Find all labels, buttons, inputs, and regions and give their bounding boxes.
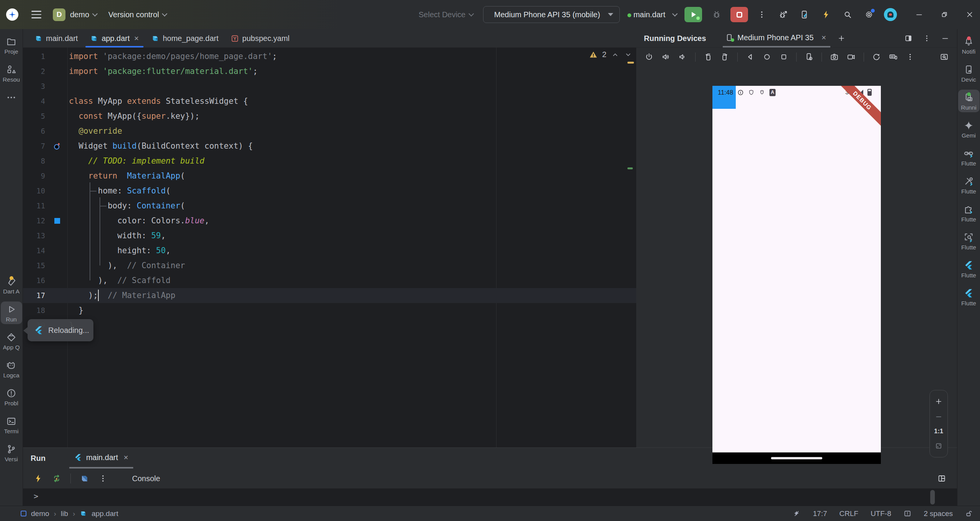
caret-position[interactable]: 17:7 xyxy=(813,510,827,518)
tool-stripe-running-devices[interactable]: Runni xyxy=(958,90,980,112)
ai-assist-icon[interactable] xyxy=(793,510,801,518)
vcs-change-mark[interactable] xyxy=(627,167,633,169)
run-session-tab[interactable]: main.dart ✕ xyxy=(69,448,133,469)
attach-debugger-icon[interactable] xyxy=(776,7,791,22)
lock-icon[interactable] xyxy=(965,510,973,518)
code-line-15[interactable]: 15 ), // Container xyxy=(23,258,636,273)
hot-reload-icon[interactable] xyxy=(34,474,43,483)
code-line-18[interactable]: 18 } xyxy=(23,303,636,318)
tool-stripe-flutter-outline[interactable]: Flutte xyxy=(958,257,980,280)
layout-mode-icon[interactable] xyxy=(904,34,913,43)
code-line-4[interactable]: 4class MyApp extends StatelessWidget { xyxy=(23,94,636,109)
dedicated-window-icon[interactable] xyxy=(940,52,949,61)
editor-tab-home-page-dart[interactable]: home_page.dart xyxy=(145,29,225,48)
code-line-11[interactable]: 11 body: Container( xyxy=(23,198,636,213)
editor-tab-app-dart[interactable]: app.dart✕ xyxy=(84,29,145,48)
tool-stripe-logcat[interactable]: Logca xyxy=(1,357,22,380)
select-device-dropdown[interactable]: Select Device xyxy=(419,10,473,19)
warning-stripe-mark[interactable] xyxy=(627,62,634,64)
code-line-12[interactable]: 12 color: Colors.blue, xyxy=(23,213,636,228)
tool-stripe-flutter-extension[interactable]: Flutte xyxy=(958,202,980,224)
color-preview-swatch[interactable] xyxy=(45,213,69,228)
code-line-19[interactable]: 19} xyxy=(23,318,636,333)
close-window-icon[interactable] xyxy=(965,10,974,19)
tool-stripe-dart-analysis[interactable]: Dart A xyxy=(1,274,22,296)
tool-stripe-problems[interactable]: Probl xyxy=(1,385,22,408)
dart-app-icon[interactable] xyxy=(80,474,89,483)
code-line-14[interactable]: 14 height: 50, xyxy=(23,243,636,258)
more-device-actions-icon[interactable] xyxy=(906,52,915,61)
restart-device-icon[interactable] xyxy=(872,52,881,61)
code-line-9[interactable]: 9 return MaterialApp( xyxy=(23,169,636,183)
breadcrumb-project[interactable]: demo xyxy=(31,510,49,518)
hide-panel-icon[interactable] xyxy=(941,34,949,43)
device-tab[interactable]: Medium Phone API 35 ✕ xyxy=(723,29,830,48)
next-problem-icon[interactable] xyxy=(624,51,632,59)
settings-icon[interactable] xyxy=(861,7,877,22)
tool-stripe-resource-manager[interactable]: Resou xyxy=(1,62,22,84)
emulator-screen[interactable]: 11:48 A 3G DEBUG xyxy=(712,86,881,452)
close-tab-icon[interactable]: ✕ xyxy=(821,34,826,41)
tool-stripe-terminal[interactable]: Termi xyxy=(1,413,22,436)
code-line-7[interactable]: 7 Widget build(BuildContext context) { xyxy=(23,139,636,154)
fit-to-window-icon[interactable] xyxy=(934,442,943,450)
home-button-icon[interactable] xyxy=(763,52,771,61)
prev-problem-icon[interactable] xyxy=(611,51,619,59)
code-editor[interactable]: 1import 'package:demo/pages/home_page.da… xyxy=(23,48,636,447)
console-output[interactable]: > xyxy=(23,488,957,506)
inspection-widget[interactable]: 2 xyxy=(589,50,632,59)
tool-stripe-more-tool-windows[interactable] xyxy=(1,90,22,104)
add-device-tab-icon[interactable] xyxy=(837,34,846,43)
breadcrumb-file[interactable]: app.dart xyxy=(91,510,118,518)
project-selector[interactable]: D demo xyxy=(53,8,97,21)
run-configuration-dropdown[interactable]: main.dart xyxy=(630,10,677,19)
console-tab[interactable]: Console xyxy=(132,474,160,483)
hardware-input-icon[interactable] xyxy=(889,52,898,61)
emulator-device[interactable]: 11:48 A 3G DEBUG xyxy=(712,86,881,464)
editor-tab-main-dart[interactable]: main.dart xyxy=(28,29,84,48)
editor-tab-pubspec-yaml[interactable]: pubspec.yaml xyxy=(225,29,296,48)
flutter-device-icon[interactable] xyxy=(797,7,812,22)
file-encoding[interactable]: UTF-8 xyxy=(871,510,891,518)
tool-stripe-flutter-tools[interactable]: Flutte xyxy=(958,174,980,196)
screen-record-icon[interactable] xyxy=(847,52,856,61)
search-everywhere-icon[interactable] xyxy=(840,7,855,22)
device-settings-icon[interactable] xyxy=(805,52,813,61)
profile-avatar[interactable] xyxy=(883,7,898,22)
device-dropdown[interactable]: Medium Phone API 35 (mobile) xyxy=(483,6,620,23)
hot-reload-bolt-icon[interactable] xyxy=(818,7,834,22)
debug-button[interactable] xyxy=(709,7,724,22)
more-actions-icon[interactable] xyxy=(754,7,769,22)
code-line-6[interactable]: 6 @override xyxy=(23,124,636,139)
breadcrumb[interactable]: demo › lib › app.dart xyxy=(21,510,118,518)
main-menu-icon[interactable] xyxy=(31,11,41,18)
rotate-right-icon[interactable] xyxy=(720,52,729,61)
tool-stripe-version-control[interactable]: Versi xyxy=(1,441,22,464)
code-line-2[interactable]: 2import 'package:flutter/material.dart'; xyxy=(23,64,636,79)
volume-down-icon[interactable] xyxy=(678,52,687,61)
tool-stripe-flutter-performance[interactable]: Flutte xyxy=(958,285,980,308)
code-line-17[interactable]: 17 ); // MaterialApp xyxy=(23,288,636,303)
indent-setting[interactable]: 2 spaces xyxy=(924,510,953,518)
tool-stripe-project[interactable]: Proje xyxy=(1,34,22,56)
run-options-icon[interactable] xyxy=(98,474,108,483)
power-icon[interactable] xyxy=(645,52,653,61)
vcs-menu[interactable]: Version control xyxy=(108,10,167,19)
hot-restart-icon[interactable] xyxy=(52,474,61,483)
tool-stripe-device-manager[interactable]: Devic xyxy=(958,62,980,84)
overview-button-icon[interactable] xyxy=(779,52,788,61)
run-button[interactable] xyxy=(684,7,702,22)
override-marker-icon[interactable] xyxy=(45,139,69,154)
zoom-in-icon[interactable] xyxy=(934,397,943,406)
tool-stripe-run[interactable]: Run xyxy=(1,301,22,324)
code-line-10[interactable]: 10 home: Scaffold( xyxy=(23,183,636,198)
code-line-16[interactable]: 16 ), // Scaffold xyxy=(23,273,636,288)
zoom-out-icon[interactable] xyxy=(934,413,943,421)
back-button-icon[interactable] xyxy=(746,52,755,61)
console-scrollbar[interactable] xyxy=(930,490,935,505)
stop-button[interactable] xyxy=(730,7,748,22)
tool-stripe-flutter-coverage[interactable]: Flutte xyxy=(958,146,980,168)
code-line-8[interactable]: 8 // TODO: implement build xyxy=(23,154,636,169)
breadcrumb-dir[interactable]: lib xyxy=(61,510,68,518)
code-line-13[interactable]: 13 width: 59, xyxy=(23,228,636,243)
